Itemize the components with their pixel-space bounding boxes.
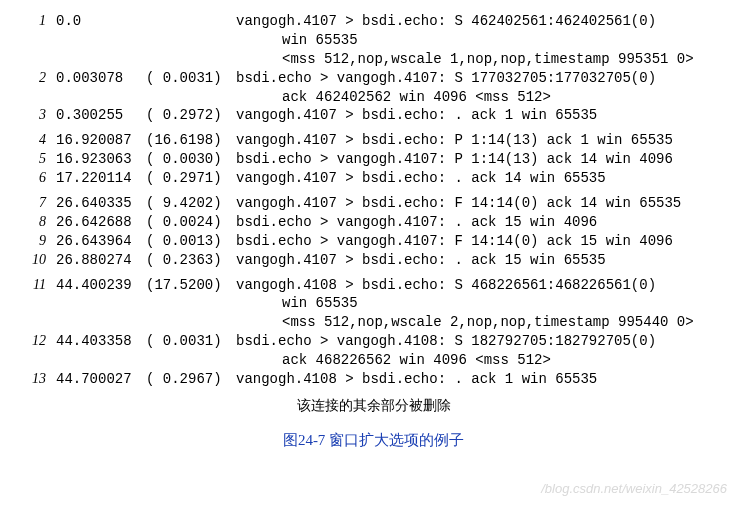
packet-trace-listing: 10.0vangogh.4107 > bsdi.echo: S 46240256… [20, 12, 727, 389]
trace-row: 10.0vangogh.4107 > bsdi.echo: S 46240256… [20, 12, 727, 31]
note-text: 该连接的其余部分被删除 [20, 397, 727, 415]
delta-time: ( 0.2967) [146, 370, 236, 389]
line-number: 4 [20, 131, 46, 150]
timestamp: 17.220114 [46, 169, 146, 188]
line-number: 3 [20, 106, 46, 125]
trace-row: 1244.403358( 0.0031)bsdi.echo > vangogh.… [20, 332, 727, 351]
line-number: 1 [20, 12, 46, 31]
trace-row: 30.300255( 0.2972)vangogh.4107 > bsdi.ec… [20, 106, 727, 125]
line-number: 12 [20, 332, 46, 351]
trace-row: 1026.880274( 0.2363)vangogh.4107 > bsdi.… [20, 251, 727, 270]
packet-text-cont: win 65535 [236, 294, 727, 313]
packet-text: bsdi.echo > vangogh.4107: S 177032705:17… [236, 69, 727, 88]
delta-time: ( 0.0031) [146, 332, 236, 351]
packet-text-cont: <mss 512,nop,wscale 2,nop,nop,timestamp … [236, 313, 727, 332]
trace-row: 726.640335( 9.4202)vangogh.4107 > bsdi.e… [20, 194, 727, 213]
timestamp: 26.640335 [46, 194, 146, 213]
timestamp: 0.300255 [46, 106, 146, 125]
trace-row-continuation: <mss 512,nop,wscale 1,nop,nop,timestamp … [20, 50, 727, 69]
trace-row: 1344.700027( 0.2967)vangogh.4108 > bsdi.… [20, 370, 727, 389]
timestamp: 0.003078 [46, 69, 146, 88]
packet-text: vangogh.4108 > bsdi.echo: S 468226561:46… [236, 276, 727, 295]
delta-time: (16.6198) [146, 131, 236, 150]
packet-text: vangogh.4107 > bsdi.echo: F 14:14(0) ack… [236, 194, 727, 213]
timestamp: 26.880274 [46, 251, 146, 270]
packet-text-cont: win 65535 [236, 31, 727, 50]
packet-text: vangogh.4107 > bsdi.echo: . ack 1 win 65… [236, 106, 727, 125]
timestamp: 0.0 [46, 12, 146, 31]
packet-text: vangogh.4107 > bsdi.echo: . ack 14 win 6… [236, 169, 727, 188]
line-number: 9 [20, 232, 46, 251]
packet-text: bsdi.echo > vangogh.4107: P 1:14(13) ack… [236, 150, 727, 169]
trace-row: 617.220114( 0.2971)vangogh.4107 > bsdi.e… [20, 169, 727, 188]
line-number: 6 [20, 169, 46, 188]
trace-row: 20.003078( 0.0031)bsdi.echo > vangogh.41… [20, 69, 727, 88]
timestamp: 16.923063 [46, 150, 146, 169]
delta-time: ( 0.2363) [146, 251, 236, 270]
packet-text: vangogh.4107 > bsdi.echo: P 1:14(13) ack… [236, 131, 727, 150]
line-number: 11 [20, 276, 46, 295]
line-number: 7 [20, 194, 46, 213]
line-number: 10 [20, 251, 46, 270]
delta-time: ( 0.0031) [146, 69, 236, 88]
timestamp: 16.920087 [46, 131, 146, 150]
timestamp: 26.642688 [46, 213, 146, 232]
trace-row-continuation: ack 468226562 win 4096 <mss 512> [20, 351, 727, 370]
trace-row: 416.920087(16.6198)vangogh.4107 > bsdi.e… [20, 131, 727, 150]
trace-row: 1144.400239(17.5200)vangogh.4108 > bsdi.… [20, 276, 727, 295]
packet-text: vangogh.4107 > bsdi.echo: . ack 15 win 6… [236, 251, 727, 270]
trace-row-continuation: ack 462402562 win 4096 <mss 512> [20, 88, 727, 107]
line-number: 13 [20, 370, 46, 389]
packet-text-cont: ack 462402562 win 4096 <mss 512> [236, 88, 727, 107]
line-number: 5 [20, 150, 46, 169]
trace-row: 926.643964( 0.0013)bsdi.echo > vangogh.4… [20, 232, 727, 251]
line-number: 2 [20, 69, 46, 88]
packet-text: bsdi.echo > vangogh.4107: F 14:14(0) ack… [236, 232, 727, 251]
packet-text-cont: <mss 512,nop,wscale 1,nop,nop,timestamp … [236, 50, 727, 69]
delta-time: ( 0.2972) [146, 106, 236, 125]
trace-row: 826.642688( 0.0024)bsdi.echo > vangogh.4… [20, 213, 727, 232]
trace-row: 516.923063( 0.0030)bsdi.echo > vangogh.4… [20, 150, 727, 169]
delta-time: ( 0.0030) [146, 150, 236, 169]
packet-text: bsdi.echo > vangogh.4107: . ack 15 win 4… [236, 213, 727, 232]
delta-time: ( 0.2971) [146, 169, 236, 188]
delta-time: ( 0.0013) [146, 232, 236, 251]
delta-time: (17.5200) [146, 276, 236, 295]
packet-text: vangogh.4107 > bsdi.echo: S 462402561:46… [236, 12, 727, 31]
trace-row-continuation: win 65535 [20, 31, 727, 50]
packet-text: vangogh.4108 > bsdi.echo: . ack 1 win 65… [236, 370, 727, 389]
figure-caption: 图24-7 窗口扩大选项的例子 [20, 431, 727, 450]
timestamp: 26.643964 [46, 232, 146, 251]
delta-time: ( 9.4202) [146, 194, 236, 213]
line-number: 8 [20, 213, 46, 232]
trace-row-continuation: <mss 512,nop,wscale 2,nop,nop,timestamp … [20, 313, 727, 332]
timestamp: 44.700027 [46, 370, 146, 389]
packet-text-cont: ack 468226562 win 4096 <mss 512> [236, 351, 727, 370]
delta-time: ( 0.0024) [146, 213, 236, 232]
timestamp: 44.403358 [46, 332, 146, 351]
timestamp: 44.400239 [46, 276, 146, 295]
packet-text: bsdi.echo > vangogh.4108: S 182792705:18… [236, 332, 727, 351]
trace-row-continuation: win 65535 [20, 294, 727, 313]
